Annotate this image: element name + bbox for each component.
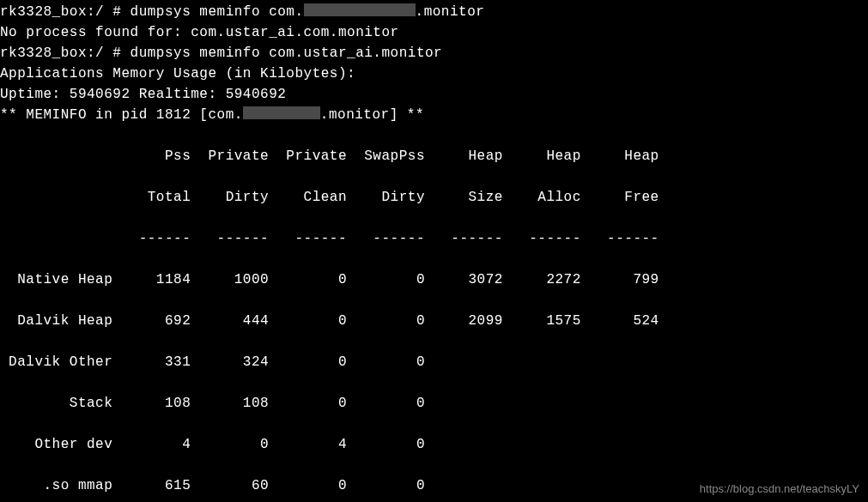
table-row-dalvik-heap: Dalvik Heap 692 444 0 0 2099 1575 524: [0, 311, 868, 331]
output-line-appheader: Applications Memory Usage (in Kilobytes)…: [0, 64, 868, 84]
meminfo-suffix: .monitor] **: [320, 107, 424, 123]
table-row-dalvik-other: Dalvik Other 331 324 0 0: [0, 352, 868, 372]
prompt1-prefix: rk3328_box:/ # dumpsys meminfo com.: [0, 4, 304, 20]
command-line-2: rk3328_box:/ # dumpsys meminfo com.ustar…: [0, 43, 868, 64]
output-line-uptime: Uptime: 5940692 Realtime: 5940692: [0, 84, 868, 105]
meminfo-prefix: ** MEMINFO in pid 1812 [com.: [0, 107, 243, 123]
redacted-block-1: [304, 3, 416, 16]
output-line-notfound: No process found for: com.ustar_ai.com.m…: [0, 22, 868, 43]
table-header-row2: Total Dirty Clean Dirty Size Alloc Free: [0, 187, 868, 208]
table-divider: ------ ------ ------ ------ ------ -----…: [0, 228, 868, 249]
table-header-row1: Pss Private Private SwapPss Heap Heap He…: [0, 146, 868, 166]
watermark-text: https://blog.csdn.net/teachskyLY: [700, 481, 859, 498]
redacted-block-2: [243, 106, 320, 119]
meminfo-table: Pss Private Private SwapPss Heap Heap He…: [0, 125, 868, 502]
table-row-stack: Stack 108 108 0 0: [0, 393, 868, 414]
meminfo-header: ** MEMINFO in pid 1812 [com..monitor] **: [0, 105, 868, 125]
prompt1-suffix: .monitor: [416, 4, 485, 20]
table-row-native-heap: Native Heap 1184 1000 0 0 3072 2272 799: [0, 269, 868, 290]
table-row-other-dev: Other dev 4 0 4 0: [0, 434, 868, 455]
command-line-1: rk3328_box:/ # dumpsys meminfo com..moni…: [0, 2, 868, 22]
